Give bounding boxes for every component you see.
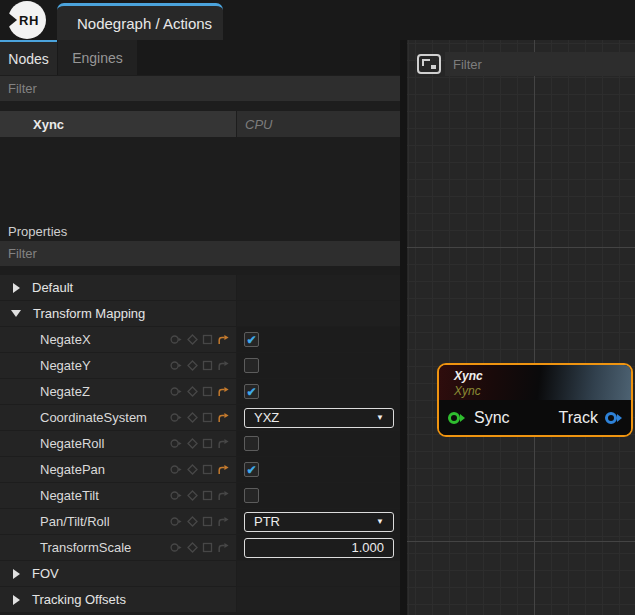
expression-square-icon[interactable] (202, 386, 213, 397)
chevron-right-icon[interactable] (13, 595, 20, 605)
revert-default-arrow-icon[interactable] (217, 386, 230, 397)
property-state-icons (170, 405, 230, 430)
input-port-sync[interactable]: Sync (448, 409, 510, 427)
keyframe-diamond-icon[interactable] (187, 386, 198, 397)
node-name: Xync (33, 117, 64, 132)
revert-default-arrow-icon[interactable] (217, 360, 230, 371)
property-row-left: Pan/Tilt/Roll (0, 509, 236, 534)
logo-text: RH (19, 13, 39, 28)
group-row-left[interactable]: Tracking Offsets (0, 587, 236, 612)
logo-chevron-icon (6, 11, 17, 29)
checkbox[interactable] (244, 358, 259, 373)
driver-circle-icon[interactable] (170, 386, 183, 397)
expression-square-icon[interactable] (202, 542, 213, 553)
checkbox[interactable]: ✔ (244, 332, 259, 347)
group-row-fov[interactable]: FOV (0, 561, 400, 586)
property-label: NegatePan (40, 462, 105, 477)
graph-node-xync[interactable]: Xync Xync Sync Track (437, 363, 633, 437)
property-row-right: PTR ▼ (237, 509, 400, 534)
revert-default-arrow-icon[interactable] (217, 490, 230, 501)
dropdown[interactable]: PTR ▼ (244, 512, 394, 532)
property-row-right: YXZ ▼ (237, 405, 400, 430)
properties-filter-input[interactable]: Filter (0, 241, 400, 266)
group-row-right (237, 561, 400, 586)
graph-node-body: Sync Track (439, 400, 631, 435)
group-row-left[interactable]: FOV (0, 561, 236, 586)
chevron-right-icon[interactable] (13, 283, 20, 293)
output-port-track[interactable]: Track (559, 409, 622, 427)
group-label: Transform Mapping (33, 306, 145, 321)
group-row-default[interactable]: Default (0, 275, 400, 300)
driver-circle-icon[interactable] (170, 438, 183, 449)
canvas-toolbar: Filter (417, 52, 635, 76)
expression-square-icon[interactable] (202, 334, 213, 345)
revert-default-arrow-icon[interactable] (217, 412, 230, 423)
checkbox[interactable]: ✔ (244, 384, 259, 399)
expression-square-icon[interactable] (202, 412, 213, 423)
driver-circle-icon[interactable] (170, 542, 183, 553)
property-label: TransformScale (40, 540, 131, 555)
keyframe-diamond-icon[interactable] (187, 412, 198, 423)
chevron-down-icon: ▼ (376, 517, 384, 526)
keyframe-diamond-icon[interactable] (187, 464, 198, 475)
revert-default-arrow-icon[interactable] (217, 542, 230, 553)
group-row-tracking-offsets[interactable]: Tracking Offsets (0, 587, 400, 612)
expression-square-icon[interactable] (202, 438, 213, 449)
keyframe-diamond-icon[interactable] (187, 438, 198, 449)
checkbox[interactable] (244, 488, 259, 503)
driver-circle-icon[interactable] (170, 490, 183, 501)
fit-view-button[interactable] (417, 54, 441, 74)
group-row-left[interactable]: Default (0, 275, 236, 300)
keyframe-diamond-icon[interactable] (187, 490, 198, 501)
group-row-transform-mapping[interactable]: Transform Mapping (0, 301, 400, 326)
node-list-engine-cell[interactable]: CPU (237, 111, 400, 137)
input-port-icon[interactable] (448, 412, 460, 424)
expression-square-icon[interactable] (202, 516, 213, 527)
nodes-filter-input[interactable]: Filter (0, 76, 400, 101)
revert-default-arrow-icon[interactable] (217, 438, 230, 449)
property-label: NegateX (40, 332, 91, 347)
property-row-pan-tilt-roll: Pan/Tilt/Roll PTR ▼ (0, 509, 400, 534)
group-label: Default (32, 280, 73, 295)
keyframe-diamond-icon[interactable] (187, 360, 198, 371)
property-state-icons (170, 457, 230, 482)
driver-circle-icon[interactable] (170, 334, 183, 345)
chevron-down-icon: ▼ (376, 413, 384, 422)
tab-nodes[interactable]: Nodes (0, 40, 57, 75)
node-list-row[interactable]: Xync CPU (0, 111, 400, 137)
revert-default-arrow-icon[interactable] (217, 464, 230, 475)
tab-engines[interactable]: Engines (58, 40, 137, 75)
driver-circle-icon[interactable] (170, 360, 183, 371)
revert-default-arrow-icon[interactable] (217, 516, 230, 527)
property-row-right (237, 431, 400, 456)
property-row-right: ✔ (237, 327, 400, 352)
property-label: NegateZ (40, 384, 90, 399)
output-port-icon[interactable] (605, 412, 617, 424)
driver-circle-icon[interactable] (170, 412, 183, 423)
app-logo-icon[interactable]: RH (8, 1, 46, 39)
node-list-name-cell[interactable]: Xync (0, 111, 236, 137)
checkbox[interactable]: ✔ (244, 462, 259, 477)
keyframe-diamond-icon[interactable] (187, 334, 198, 345)
property-row-negateroll: NegateRoll (0, 431, 400, 456)
group-row-right (237, 301, 400, 326)
expression-square-icon[interactable] (202, 490, 213, 501)
group-row-left[interactable]: Transform Mapping (0, 301, 236, 326)
expression-square-icon[interactable] (202, 464, 213, 475)
dropdown[interactable]: YXZ ▼ (244, 408, 394, 428)
canvas-filter-input[interactable]: Filter (445, 52, 635, 76)
graph-node-header[interactable]: Xync Xync (439, 365, 631, 400)
expression-square-icon[interactable] (202, 360, 213, 371)
input-port-label: Sync (474, 409, 510, 427)
checkbox[interactable] (244, 436, 259, 451)
chevron-right-icon[interactable] (13, 569, 20, 579)
driver-circle-icon[interactable] (170, 516, 183, 527)
keyframe-diamond-icon[interactable] (187, 542, 198, 553)
chevron-down-icon[interactable] (11, 310, 21, 317)
revert-default-arrow-icon[interactable] (217, 334, 230, 345)
nodegraph-canvas[interactable]: Filter Xync Xync Sync Track (407, 40, 635, 615)
number-input[interactable]: 1.000 (244, 538, 394, 558)
keyframe-diamond-icon[interactable] (187, 516, 198, 527)
tab-nodegraph-actions[interactable]: Nodegraph / Actions (57, 3, 223, 40)
driver-circle-icon[interactable] (170, 464, 183, 475)
